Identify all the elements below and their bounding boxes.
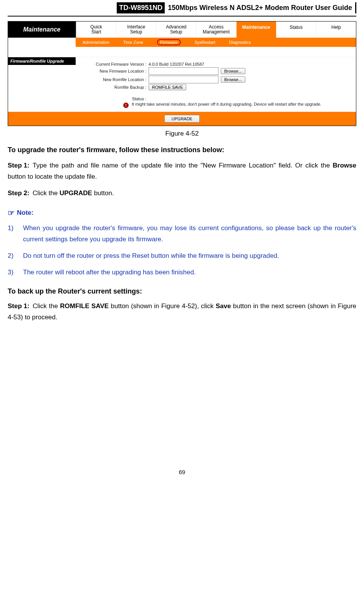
fw-version-label: Current Firmware Version : bbox=[77, 62, 149, 66]
tab-interface-setup[interactable]: InterfaceSetup bbox=[116, 22, 156, 38]
page-number: 69 bbox=[8, 469, 356, 475]
new-romfile-input[interactable] bbox=[149, 76, 218, 83]
status-label: Status : bbox=[77, 96, 149, 101]
romfile-save-button[interactable]: ROMFILE SAVE bbox=[149, 84, 186, 90]
sidebar-title: Maintenance bbox=[8, 22, 76, 38]
upgrade-step-2: Step 2:Click the UPGRADE button. bbox=[8, 188, 356, 199]
upgrade-heading: To upgrade the router's firmware, follow… bbox=[8, 146, 356, 154]
tab-quick-start[interactable]: QuickStart bbox=[76, 22, 116, 38]
note-3: 3)The router will reboot after the upgra… bbox=[8, 267, 356, 278]
tab-maintenance[interactable]: Maintenance bbox=[236, 22, 276, 38]
doc-header: TD-W8951ND 150Mbps Wireless N ADSL2+ Mod… bbox=[8, 0, 356, 17]
browse-firmware-button[interactable]: Browse... bbox=[221, 68, 245, 74]
subtab-sysrestart[interactable]: SysRestart bbox=[188, 38, 222, 47]
note-2: 2)Do not turn off the router or press th… bbox=[8, 251, 356, 262]
upgrade-step-1: Step 1:Type the path and file name of th… bbox=[8, 160, 356, 183]
router-ui-screenshot: Maintenance QuickStart InterfaceSetup Ad… bbox=[8, 21, 356, 126]
subtab-administration[interactable]: Administration bbox=[76, 38, 116, 47]
backup-heading: To back up the Router's current settings… bbox=[8, 287, 356, 295]
new-fw-label: New Firmware Location : bbox=[77, 69, 149, 73]
doc-model: TD-W8951ND bbox=[117, 2, 165, 13]
tab-help[interactable]: Help bbox=[316, 22, 356, 38]
subtab-time-zone[interactable]: Time Zone bbox=[116, 38, 150, 47]
pointing-hand-icon: ☞ bbox=[8, 208, 15, 217]
figure-caption: Figure 4-52 bbox=[8, 130, 356, 138]
note-heading: ☞ Note: bbox=[8, 208, 356, 217]
note-1: 1)When you upgrade the router's firmware… bbox=[8, 223, 356, 245]
new-firmware-input[interactable] bbox=[149, 67, 218, 75]
backup-step-1: Step 1:Click the ROMFILE SAVE button (sh… bbox=[8, 301, 356, 323]
tab-access-management[interactable]: AccessManagement bbox=[196, 22, 236, 38]
browse-romfile-button[interactable]: Browse... bbox=[221, 76, 245, 83]
tab-advanced-setup[interactable]: AdvancedSetup bbox=[156, 22, 196, 38]
doc-title: 150Mbps Wireless N ADSL2+ Modem Router U… bbox=[165, 2, 356, 13]
subtab-diagnostics[interactable]: Diagnostics bbox=[222, 38, 258, 47]
warning-icon: ! bbox=[123, 103, 129, 108]
status-text: It might take several minutes, don't pow… bbox=[132, 102, 348, 106]
rom-backup-label: Romfile Backup : bbox=[77, 85, 149, 90]
tab-status[interactable]: Status bbox=[276, 22, 316, 38]
fw-version-value: 4.0.0 Build 120207 Rel.10587 bbox=[149, 62, 348, 66]
new-rom-label: New Romfile Location : bbox=[77, 77, 149, 82]
upgrade-button[interactable]: UPGRADE bbox=[164, 115, 200, 123]
section-header: Firmware/Romfile Upgrade bbox=[8, 57, 76, 65]
subtab-firmware[interactable]: Firmware bbox=[150, 38, 188, 47]
